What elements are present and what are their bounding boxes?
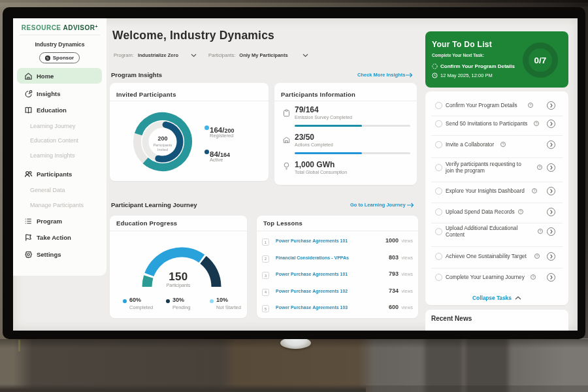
svg-text:Participants: Participants [154, 143, 172, 147]
svg-text:200: 200 [157, 135, 167, 142]
svg-text:Invited: Invited [157, 148, 168, 152]
